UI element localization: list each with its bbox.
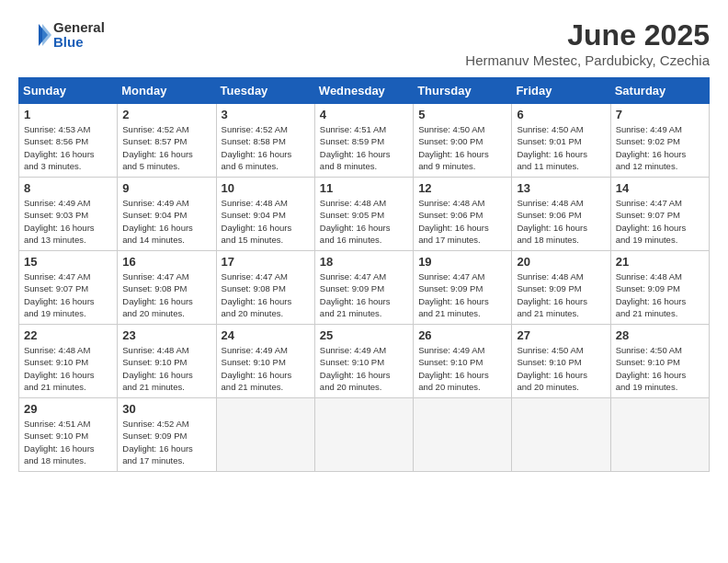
daylight-label: Daylight: 16 hours — [418, 296, 489, 306]
sunset-label: Sunset: 8:57 PM — [122, 136, 187, 146]
daylight-label: Daylight: 16 hours — [222, 223, 292, 233]
title-area: June 2025 Hermanuv Mestec, Pardubicky, C… — [465, 18, 710, 68]
page-header: General Blue June 2025 Hermanuv Mestec, … — [18, 18, 710, 68]
calendar-cell: 27 Sunrise: 4:50 AM Sunset: 9:10 PM Dayl… — [512, 325, 610, 398]
sunrise-label: Sunrise: 4:50 AM — [517, 124, 583, 134]
logo-graphic — [18, 18, 51, 52]
day-number: 26 — [418, 328, 506, 342]
sunrise-label: Sunrise: 4:53 AM — [24, 124, 90, 134]
daylight-minutes: and 19 minutes. — [24, 308, 86, 318]
calendar-cell — [610, 398, 709, 472]
daylight-minutes: and 3 minutes. — [24, 161, 81, 171]
calendar-header-row: SundayMondayTuesdayWednesdayThursdayFrid… — [19, 78, 710, 104]
calendar-week-row: 8 Sunrise: 4:49 AM Sunset: 9:03 PM Dayli… — [19, 178, 710, 251]
calendar-cell: 6 Sunrise: 4:50 AM Sunset: 9:01 PM Dayli… — [512, 104, 610, 178]
daylight-label: Daylight: 16 hours — [320, 223, 391, 233]
sunrise-label: Sunrise: 4:47 AM — [122, 271, 188, 282]
sunset-label: Sunset: 9:07 PM — [24, 283, 88, 293]
day-number: 28 — [616, 328, 704, 342]
day-info: Sunrise: 4:49 AM Sunset: 9:10 PM Dayligh… — [320, 344, 408, 393]
day-info: Sunrise: 4:47 AM Sunset: 9:07 PM Dayligh… — [616, 197, 704, 246]
calendar-cell: 11 Sunrise: 4:48 AM Sunset: 9:05 PM Dayl… — [314, 178, 413, 251]
calendar-cell: 8 Sunrise: 4:49 AM Sunset: 9:03 PM Dayli… — [19, 178, 118, 251]
sunrise-label: Sunrise: 4:48 AM — [222, 198, 288, 208]
day-number: 30 — [122, 402, 210, 416]
sunset-label: Sunset: 9:04 PM — [222, 210, 286, 220]
sunrise-label: Sunrise: 4:52 AM — [122, 124, 188, 134]
daylight-minutes: and 12 minutes. — [616, 161, 678, 171]
sunset-label: Sunset: 9:10 PM — [320, 357, 384, 367]
day-info: Sunrise: 4:50 AM Sunset: 9:10 PM Dayligh… — [616, 344, 704, 393]
day-number: 11 — [320, 181, 408, 195]
day-info: Sunrise: 4:48 AM Sunset: 9:06 PM Dayligh… — [418, 197, 506, 246]
sunrise-label: Sunrise: 4:47 AM — [418, 271, 484, 282]
sunset-label: Sunset: 8:58 PM — [222, 136, 286, 146]
sunset-label: Sunset: 9:10 PM — [122, 357, 187, 367]
sunrise-label: Sunrise: 4:49 AM — [122, 198, 188, 208]
sunset-label: Sunset: 9:09 PM — [517, 283, 581, 293]
sunrise-label: Sunrise: 4:49 AM — [222, 345, 288, 355]
daylight-minutes: and 20 minutes. — [122, 308, 185, 318]
svg-marker-1 — [42, 24, 51, 46]
calendar-table: SundayMondayTuesdayWednesdayThursdayFrid… — [18, 77, 710, 472]
day-info: Sunrise: 4:47 AM Sunset: 9:07 PM Dayligh… — [24, 270, 112, 319]
day-info: Sunrise: 4:50 AM Sunset: 9:00 PM Dayligh… — [418, 123, 506, 172]
sunset-label: Sunset: 9:07 PM — [616, 210, 680, 220]
daylight-minutes: and 20 minutes. — [517, 382, 579, 392]
calendar-week-row: 29 Sunrise: 4:51 AM Sunset: 9:10 PM Dayl… — [19, 398, 710, 472]
sunrise-label: Sunrise: 4:51 AM — [320, 124, 386, 134]
logo-svg — [18, 18, 51, 52]
sunset-label: Sunset: 9:10 PM — [517, 357, 581, 367]
day-info: Sunrise: 4:47 AM Sunset: 9:08 PM Dayligh… — [122, 270, 210, 319]
day-info: Sunrise: 4:49 AM Sunset: 9:03 PM Dayligh… — [24, 197, 112, 246]
daylight-minutes: and 9 minutes. — [418, 161, 475, 171]
day-info: Sunrise: 4:51 AM Sunset: 9:10 PM Dayligh… — [24, 418, 112, 466]
sunrise-label: Sunrise: 4:50 AM — [517, 345, 583, 355]
day-number: 7 — [616, 108, 704, 121]
sunset-label: Sunset: 9:09 PM — [616, 283, 680, 293]
daylight-label: Daylight: 16 hours — [24, 443, 95, 454]
daylight-minutes: and 21 minutes. — [616, 308, 678, 318]
day-number: 25 — [320, 328, 408, 342]
sunrise-label: Sunrise: 4:52 AM — [222, 124, 288, 134]
calendar-cell — [414, 398, 512, 472]
calendar-cell: 29 Sunrise: 4:51 AM Sunset: 9:10 PM Dayl… — [19, 398, 118, 472]
sunrise-label: Sunrise: 4:48 AM — [24, 345, 90, 355]
day-info: Sunrise: 4:49 AM Sunset: 9:10 PM Dayligh… — [222, 344, 310, 393]
daylight-minutes: and 16 minutes. — [320, 235, 382, 245]
calendar-cell: 17 Sunrise: 4:47 AM Sunset: 9:08 PM Dayl… — [216, 251, 314, 325]
calendar-cell: 18 Sunrise: 4:47 AM Sunset: 9:09 PM Dayl… — [314, 251, 413, 325]
daylight-minutes: and 8 minutes. — [320, 161, 377, 171]
day-info: Sunrise: 4:50 AM Sunset: 9:10 PM Dayligh… — [517, 344, 605, 393]
logo: General Blue — [18, 18, 105, 52]
day-number: 14 — [616, 181, 704, 195]
daylight-minutes: and 20 minutes. — [418, 382, 481, 392]
day-number: 27 — [517, 328, 605, 342]
calendar-cell: 25 Sunrise: 4:49 AM Sunset: 9:10 PM Dayl… — [314, 325, 413, 398]
logo-text: General Blue — [53, 20, 105, 51]
day-info: Sunrise: 4:48 AM Sunset: 9:09 PM Dayligh… — [616, 270, 704, 319]
calendar-cell: 13 Sunrise: 4:48 AM Sunset: 9:06 PM Dayl… — [512, 178, 610, 251]
sunrise-label: Sunrise: 4:48 AM — [122, 345, 188, 355]
calendar-cell: 30 Sunrise: 4:52 AM Sunset: 9:09 PM Dayl… — [118, 398, 216, 472]
sunset-label: Sunset: 9:09 PM — [418, 283, 483, 293]
col-header-friday: Friday — [512, 78, 610, 104]
calendar-cell: 28 Sunrise: 4:50 AM Sunset: 9:10 PM Dayl… — [610, 325, 709, 398]
day-info: Sunrise: 4:48 AM Sunset: 9:09 PM Dayligh… — [517, 270, 605, 319]
daylight-minutes: and 15 minutes. — [222, 235, 284, 245]
calendar-cell: 15 Sunrise: 4:47 AM Sunset: 9:07 PM Dayl… — [19, 251, 118, 325]
daylight-label: Daylight: 16 hours — [517, 296, 587, 306]
daylight-minutes: and 13 minutes. — [24, 235, 86, 245]
day-info: Sunrise: 4:48 AM Sunset: 9:10 PM Dayligh… — [122, 344, 210, 393]
daylight-label: Daylight: 16 hours — [320, 296, 391, 306]
daylight-label: Daylight: 16 hours — [122, 443, 193, 454]
calendar-cell: 24 Sunrise: 4:49 AM Sunset: 9:10 PM Dayl… — [216, 325, 314, 398]
day-info: Sunrise: 4:48 AM Sunset: 9:04 PM Dayligh… — [222, 197, 310, 246]
day-number: 19 — [418, 255, 506, 269]
sunrise-label: Sunrise: 4:47 AM — [616, 198, 682, 208]
sunset-label: Sunset: 9:04 PM — [122, 210, 187, 220]
daylight-label: Daylight: 16 hours — [418, 223, 489, 233]
daylight-label: Daylight: 16 hours — [222, 296, 292, 306]
calendar-cell: 22 Sunrise: 4:48 AM Sunset: 9:10 PM Dayl… — [19, 325, 118, 398]
col-header-thursday: Thursday — [414, 78, 512, 104]
